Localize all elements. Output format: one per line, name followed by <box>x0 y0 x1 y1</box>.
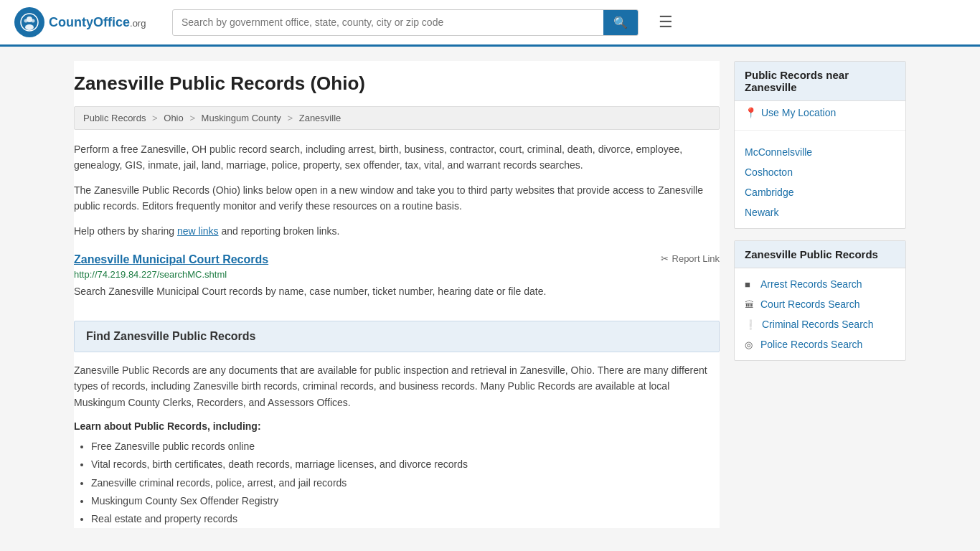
search-bar: 🔍 <box>172 9 639 36</box>
breadcrumb: Public Records > Ohio > Muskingum County… <box>74 106 720 130</box>
sidebar-link-arrest-records[interactable]: Arrest Records Search <box>760 278 862 290</box>
list-item: Cambridge <box>735 182 905 202</box>
arrest-icon: ■ <box>745 279 755 290</box>
use-my-location-button[interactable]: 📍 Use My Location <box>735 101 905 124</box>
sidebar-link-criminal-records[interactable]: Criminal Records Search <box>762 319 874 330</box>
list-item: ◎ Police Records Search <box>735 334 905 354</box>
record-block-header: Zanesville Municipal Court Records ✂ Rep… <box>74 253 720 266</box>
sidebar-records-section: Zanesville Public Records ■ Arrest Recor… <box>734 240 906 361</box>
logo-area: CountyOffice.org <box>14 7 158 37</box>
list-item: Vital records, birth certificates, death… <box>91 456 720 474</box>
record-description: Search Zanesville Municipal Court record… <box>74 284 720 299</box>
breadcrumb-muskingum[interactable]: Muskingum County <box>202 113 281 123</box>
intro-paragraph-2: The Zanesville Public Records (Ohio) lin… <box>74 182 720 215</box>
logo-text: CountyOffice.org <box>49 15 146 30</box>
sidebar: Public Records near Zanesville 📍 Use My … <box>734 61 906 528</box>
sidebar-link-mcconnelsville[interactable]: McConnelsville <box>745 146 812 158</box>
report-link-button[interactable]: ✂ Report Link <box>661 253 720 264</box>
svg-point-2 <box>25 24 34 30</box>
find-section-title: Find Zanesville Public Records <box>86 330 707 343</box>
list-item: Coshocton <box>735 162 905 182</box>
list-item: Real estate and property records <box>91 510 720 528</box>
content-area: Zanesville Public Records (Ohio) Public … <box>74 61 720 528</box>
sidebar-nearby-list: McConnelsville Coshocton Cambridge Newar… <box>735 136 905 228</box>
list-item: ❕ Criminal Records Search <box>735 314 905 334</box>
list-item: Zanesville criminal records, police, arr… <box>91 474 720 492</box>
learn-list: Free Zanesville public records online Vi… <box>91 438 720 528</box>
list-item: Muskingum County Sex Offender Registry <box>91 492 720 510</box>
find-section-body: Zanesville Public Records are any docume… <box>74 362 720 410</box>
sidebar-nearby-title: Public Records near Zanesville <box>735 62 905 101</box>
search-button[interactable]: 🔍 <box>603 10 638 35</box>
record-title-link[interactable]: Zanesville Municipal Court Records <box>74 253 268 266</box>
location-pin-icon: 📍 <box>745 107 757 118</box>
court-icon: 🏛 <box>745 299 755 310</box>
sidebar-link-cambridge[interactable]: Cambridge <box>745 187 793 198</box>
intro-paragraph-3: Help others by sharing new links and rep… <box>74 223 720 239</box>
scissors-icon: ✂ <box>661 253 669 264</box>
new-links-link[interactable]: new links <box>177 225 219 237</box>
site-header: CountyOffice.org 🔍 ☰ <box>0 0 980 47</box>
sidebar-records-list: ■ Arrest Records Search 🏛 Court Records … <box>735 268 905 360</box>
use-location-label: Use My Location <box>761 107 836 118</box>
list-item: ■ Arrest Records Search <box>735 274 905 294</box>
sidebar-records-title: Zanesville Public Records <box>735 241 905 268</box>
sidebar-link-coshocton[interactable]: Coshocton <box>745 166 793 178</box>
menu-button[interactable]: ☰ <box>653 10 679 34</box>
main-container: Zanesville Public Records (Ohio) Public … <box>60 47 920 542</box>
record-block: Zanesville Municipal Court Records ✂ Rep… <box>74 253 720 306</box>
list-item: 🏛 Court Records Search <box>735 294 905 314</box>
learn-title: Learn about Public Records, including: <box>74 420 720 432</box>
svg-point-3 <box>24 19 28 23</box>
find-section-header: Find Zanesville Public Records <box>74 321 720 352</box>
criminal-icon: ❕ <box>745 319 756 330</box>
sidebar-link-newark[interactable]: Newark <box>745 207 778 218</box>
list-item: Free Zanesville public records online <box>91 438 720 456</box>
list-item: McConnelsville <box>735 142 905 162</box>
sidebar-link-police-records[interactable]: Police Records Search <box>760 339 862 350</box>
sidebar-nearby-section: Public Records near Zanesville 📍 Use My … <box>734 61 906 229</box>
sidebar-divider <box>735 130 905 131</box>
sidebar-link-court-records[interactable]: Court Records Search <box>760 298 860 310</box>
police-icon: ◎ <box>745 339 755 350</box>
list-item: Newark <box>735 202 905 222</box>
search-input[interactable] <box>173 11 603 34</box>
page-title: Zanesville Public Records (Ohio) <box>74 61 720 95</box>
svg-point-4 <box>32 19 35 23</box>
breadcrumb-public-records[interactable]: Public Records <box>83 113 146 123</box>
logo-icon <box>14 7 44 37</box>
breadcrumb-zanesville[interactable]: Zanesville <box>299 113 341 123</box>
breadcrumb-ohio[interactable]: Ohio <box>164 113 183 123</box>
record-url: http://74.219.84.227/searchMC.shtml <box>74 269 720 280</box>
intro-paragraph-1: Perform a free Zanesville, OH public rec… <box>74 141 720 174</box>
